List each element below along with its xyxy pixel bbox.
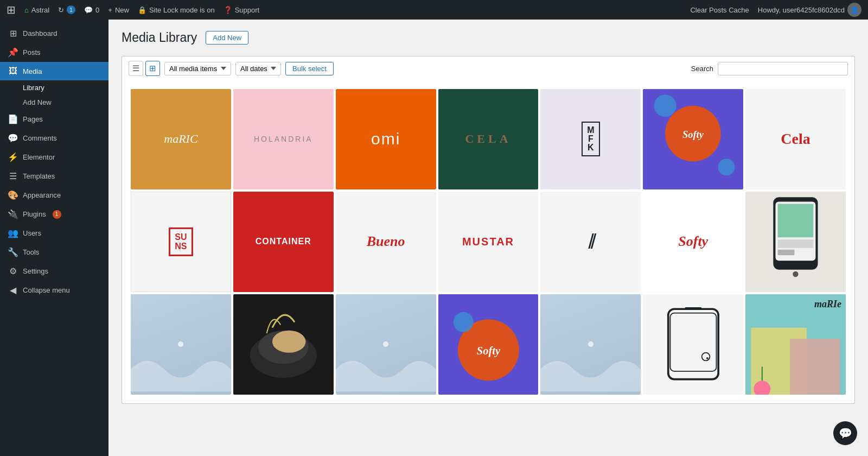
appearance-icon: 🎨: [8, 190, 18, 200]
chat-button[interactable]: 💬: [833, 421, 857, 445]
posts-icon: 📌: [8, 47, 18, 58]
howdy-text: Howdy, user6425fc8602dcd: [758, 6, 845, 14]
dashboard-icon: ⊞: [8, 28, 18, 39]
bulk-select-button[interactable]: Bulk select: [285, 62, 334, 75]
site-name: Astral: [31, 6, 49, 14]
plugins-label: Plugins: [23, 210, 46, 218]
users-icon: 👥: [8, 228, 18, 238]
sidebar-item-dashboard[interactable]: ⊞ Dashboard: [0, 24, 108, 43]
media-item-bueno[interactable]: Bueno: [336, 192, 436, 292]
updates-badge: 1: [67, 5, 75, 14]
list-view-btn[interactable]: ☰: [129, 61, 143, 76]
media-grid-container: maRIC HOLANDRIA omi CELA: [122, 80, 855, 404]
media-item-softy-purple[interactable]: Softy: [643, 89, 743, 189]
view-toggle: ☰ ⊞: [129, 61, 160, 76]
sidebar-item-posts[interactable]: 📌 Posts: [0, 43, 108, 62]
chat-icon: 💬: [839, 427, 852, 440]
media-item-wave4[interactable]: [540, 294, 641, 395]
media-item-food[interactable]: [233, 294, 334, 395]
howdy-btn[interactable]: Howdy, user6425fc8602dcd 👤: [758, 3, 861, 17]
site-lock-btn[interactable]: 🔒 Site Lock mode is on: [138, 6, 215, 14]
svg-point-9: [793, 271, 798, 277]
pages-label: Pages: [23, 115, 43, 123]
date-filter[interactable]: All dates: [235, 62, 281, 75]
settings-label: Settings: [23, 267, 48, 275]
templates-label: Templates: [23, 172, 55, 180]
media-item-cela[interactable]: CELA: [438, 89, 539, 189]
media-item-suns[interactable]: SUNS: [131, 192, 231, 292]
page-title: Media Library: [122, 30, 197, 45]
posts-label: Posts: [23, 48, 41, 56]
add-new-button[interactable]: Add New: [206, 31, 248, 45]
updates-icon: ↻: [58, 6, 64, 14]
media-icon: 🖼: [8, 66, 18, 76]
media-item-marie-teal[interactable]: maRIe: [745, 294, 846, 395]
svg-rect-8: [778, 250, 795, 255]
elementor-icon: ⚡: [8, 152, 18, 162]
media-item-softy-white[interactable]: Softy: [643, 192, 743, 292]
sidebar-subitem-add-new[interactable]: Add New: [0, 95, 108, 110]
media-item-wave3[interactable]: [336, 294, 436, 395]
comments-icon: 💬: [84, 6, 93, 14]
updates-btn[interactable]: ↻ 1: [58, 5, 75, 14]
media-item-phone[interactable]: [745, 192, 846, 292]
sidebar-item-plugins[interactable]: 🔌 Plugins 1: [0, 205, 108, 224]
media-item-omi[interactable]: omi: [336, 89, 436, 189]
media-item-mfk[interactable]: M F K: [540, 89, 641, 189]
media-item-maric[interactable]: maRIC: [131, 89, 231, 189]
sidebar-item-comments[interactable]: 💬 Comments: [0, 129, 108, 148]
sidebar-item-elementor[interactable]: ⚡ Elementor: [0, 148, 108, 167]
new-btn[interactable]: + New: [108, 6, 129, 14]
collapse-label: Collapse menu: [23, 286, 70, 294]
new-label: New: [115, 6, 129, 14]
site-name-btn[interactable]: ⌂ Astral: [24, 6, 49, 14]
home-icon: ⌂: [24, 6, 29, 14]
sidebar-item-tools[interactable]: 🔧 Tools: [0, 243, 108, 262]
grid-view-btn[interactable]: ⊞: [145, 61, 160, 76]
plus-icon: +: [108, 6, 112, 14]
add-new-media-label: Add New: [23, 98, 52, 106]
comments-btn[interactable]: 💬 0: [84, 6, 99, 14]
library-label: Library: [23, 84, 44, 92]
media-label: Media: [23, 67, 42, 75]
svg-rect-16: [668, 309, 718, 379]
media-type-filter[interactable]: All media items: [164, 62, 231, 75]
media-item-phone2[interactable]: [643, 294, 743, 395]
media-item-wave1[interactable]: [131, 294, 231, 395]
comments-label: Comments: [23, 134, 57, 142]
sidebar-item-settings[interactable]: ⚙ Settings: [0, 262, 108, 281]
media-item-holandria[interactable]: HOLANDRIA: [233, 89, 334, 189]
sidebar-item-pages[interactable]: 📄 Pages: [0, 110, 108, 129]
search-label: Search: [691, 65, 713, 73]
comments-count: 0: [95, 6, 99, 14]
sidebar-item-collapse[interactable]: ◀ Collapse menu: [0, 281, 108, 300]
media-item-cela-red[interactable]: Cela: [745, 89, 846, 189]
sidebar-item-templates[interactable]: ☰ Templates: [0, 167, 108, 186]
svg-rect-7: [778, 239, 814, 248]
svg-point-20: [701, 353, 710, 361]
search-input[interactable]: [718, 62, 848, 75]
templates-icon: ☰: [8, 171, 18, 181]
settings-icon: ⚙: [8, 266, 18, 276]
clear-cache-label: Clear Posts Cache: [690, 6, 749, 14]
sidebar-item-appearance[interactable]: 🎨 Appearance: [0, 186, 108, 205]
appearance-label: Appearance: [23, 191, 61, 199]
dashboard-label: Dashboard: [23, 29, 58, 37]
sidebar-item-media[interactable]: 🖼 Media: [0, 62, 108, 80]
clear-cache-btn[interactable]: Clear Posts Cache: [690, 6, 749, 14]
media-item-mustar[interactable]: MUSTAR: [438, 192, 539, 292]
support-btn[interactable]: ❓ Support: [224, 6, 260, 14]
wp-logo-btn[interactable]: ⊞: [7, 3, 16, 16]
media-item-container[interactable]: CONTAINER: [233, 192, 334, 292]
tools-label: Tools: [23, 248, 39, 256]
lock-icon: 🔒: [138, 6, 146, 14]
media-grid: maRIC HOLANDRIA omi CELA: [131, 89, 846, 395]
sidebar-subitem-library[interactable]: Library: [0, 80, 108, 95]
media-item-slash[interactable]: //: [540, 192, 641, 292]
svg-text:Softy: Softy: [682, 129, 704, 140]
wp-icon: ⊞: [7, 3, 16, 16]
sidebar-item-users[interactable]: 👥 Users: [0, 224, 108, 243]
media-item-softy-purple2[interactable]: Softy: [438, 294, 539, 395]
svg-point-15: [453, 312, 473, 332]
elementor-label: Elementor: [23, 153, 55, 161]
